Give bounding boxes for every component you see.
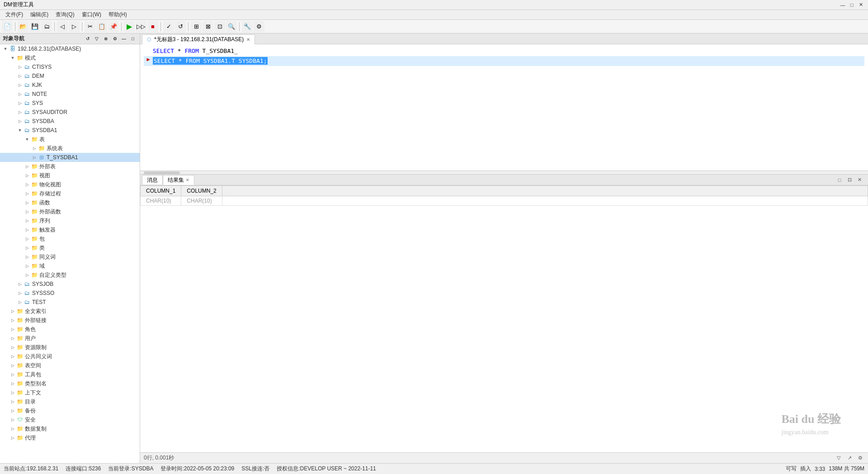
tree-node-resource-limits[interactable]: ▷ 📁 资源限制 [0,343,140,352]
tree-node-users[interactable]: ▷ 📁 用户 [0,334,140,343]
tree-node-fulltext[interactable]: ▷ 📁 全文索引 [0,307,140,316]
nav-refresh-icon[interactable]: ↺ [84,35,92,43]
paste-button[interactable]: 📌 [108,21,119,32]
tree-node-domains[interactable]: ▷ 📁 域 [0,261,140,270]
results-tab[interactable]: 结果集 ✕ [163,175,194,185]
close-button[interactable]: ✕ [857,1,864,9]
tree-node-note[interactable]: ▷ 🗂 NOTE [0,90,140,99]
menu-query[interactable]: 查询(Q) [52,10,78,20]
tree-node-classes[interactable]: ▷ 📁 类 [0,243,140,252]
minimize-button[interactable]: — [839,1,846,9]
tree-node-tablespace[interactable]: ▷ 📁 表空间 [0,361,140,370]
tab-icon: ⬡ [147,37,151,43]
tree-node-data-replication[interactable]: ▷ 📁 数据复制 [0,424,140,433]
rollback-button[interactable]: ↺ [175,21,186,32]
tree-node-external-functions[interactable]: ▷ 📁 外部函数 [0,207,140,216]
tree-node-directory[interactable]: ▷ 📁 目录 [0,397,140,406]
tree-node-packages[interactable]: ▷ 📁 包 [0,234,140,243]
tree-node-sys[interactable]: ▷ 🗂 SYS [0,99,140,108]
table-folder-label: 表 [39,136,45,143]
tree-node-sequences[interactable]: ▷ 📁 序列 [0,216,140,225]
save-all-button[interactable]: 🗂 [41,21,52,32]
tree-node-public-synonyms[interactable]: ▷ 📁 公共同义词 [0,352,140,361]
run-button[interactable]: ▶ [124,21,135,32]
tree-node-sysdba1[interactable]: ▼ 🗂 SYSDBA1 [0,126,140,135]
tree-node-sysjob[interactable]: ▷ 🗂 SYSJOB [0,280,140,289]
results-close-icon[interactable]: ✕ [855,176,863,184]
tree-node-schema-folder[interactable]: ▼ 📁 模式 [0,53,140,62]
menu-edit[interactable]: 编辑(E) [27,10,52,20]
tree-node-t-sysdba1[interactable]: ▷ ⊞ T_SYSDBA1 [0,153,140,162]
nav-filter-icon[interactable]: ▽ [93,35,101,43]
commit-button[interactable]: ✓ [163,21,174,32]
tree-node-triggers[interactable]: ▷ 📁 触发器 [0,225,140,234]
tools-button[interactable]: 🔧 [242,21,253,32]
tree-node-type-aliases[interactable]: ▷ 📁 类型别名 [0,379,140,388]
back-button[interactable]: ◁ [57,21,68,32]
tree-node-procedures[interactable]: ▷ 📁 存储过程 [0,189,140,198]
tree-node-syssso[interactable]: ▷ 🗂 SYSSSO [0,289,140,298]
sql-editor[interactable]: SELECT * FROM T_SYSDBA1_ ▶ SELECT * FROM… [140,44,868,171]
settings-button[interactable]: ⚙ [254,21,264,32]
tree-node-connection[interactable]: ▼ 🗄 192.168.2.31(DATABASE) [0,44,140,53]
tree-node-security[interactable]: ▷ 🛡 安全 [0,415,140,424]
results-tab-close[interactable]: ✕ [186,178,189,182]
search-button[interactable]: 🔍 [226,21,237,32]
tree-node-toolkit[interactable]: ▷ 📁 工具包 [0,370,140,379]
format-button[interactable]: ⊞ [191,21,202,32]
maximize-button[interactable]: □ [848,1,855,9]
tree-node-sysdba[interactable]: ▷ 🗂 SYSDBA [0,117,140,126]
menu-window[interactable]: 窗口(W) [78,10,105,20]
tree-node-dem[interactable]: ▷ 🗂 DEM [0,71,140,81]
tab-close-icon[interactable]: ✕ [246,37,250,42]
tree-node-table-folder[interactable]: ▼ 📁 表 [0,135,140,144]
open-button[interactable]: 📂 [18,21,28,32]
editor-tab[interactable]: ⬡ *无标题3 - 192.168.2.31(DATABASE) ✕ [142,34,255,44]
save-button[interactable]: 💾 [29,21,40,32]
run-plan-button[interactable]: ▷▷ [136,21,146,32]
fulltext-label: 全文索引 [25,308,47,315]
nav-min-icon[interactable]: — [120,35,128,43]
menu-file[interactable]: 文件(F) [2,10,27,20]
import-button[interactable]: ⊡ [214,21,225,32]
results-maximize-icon[interactable]: □ [835,176,844,184]
tree-node-kjk[interactable]: ▷ 🗂 KJK [0,81,140,90]
folder-icon: 📁 [31,199,38,206]
new-query-button[interactable]: 📄 [2,21,13,32]
results-content[interactable]: COLUMN_1 COLUMN_2 CHAR(10) CHAR(10) [140,185,868,452]
tree-node-system-tables[interactable]: ▷ 📁 系统表 [0,144,140,153]
tree-node-materialized-views[interactable]: ▷ 📁 物化视图 [0,180,140,189]
tree-node-custom-types[interactable]: ▷ 📁 自定义类型 [0,270,140,280]
nav-connect-icon[interactable]: ⊕ [102,35,110,43]
cut-button[interactable]: ✂ [85,21,95,32]
tree-node-dblinks[interactable]: ▷ 📁 外部链接 [0,316,140,325]
tree-node-external-table[interactable]: ▷ 📁 外部表 [0,162,140,171]
tree-node-synonyms[interactable]: ▷ 📁 同义词 [0,252,140,261]
tree-node-context[interactable]: ▷ 📁 上下文 [0,388,140,397]
tree-node-backup[interactable]: ▷ 📁 备份 [0,406,140,415]
tree-node-test[interactable]: ▷ 🗂 TEST [0,298,140,307]
schema-icon: 🗂 [24,127,31,134]
tree-container[interactable]: ▼ 🗄 192.168.2.31(DATABASE) ▼ 📁 模式 ▷ 🗂 CT… [0,44,140,463]
tree-node-functions[interactable]: ▷ 📁 函数 [0,198,140,207]
forward-button[interactable]: ▷ [69,21,80,32]
copy-button[interactable]: 📋 [96,21,107,32]
tree-node-proxy[interactable]: ▷ 📁 代理 [0,433,140,442]
tree-node-roles[interactable]: ▷ 📁 角色 [0,325,140,334]
filter-icon[interactable]: ▽ [835,454,843,462]
stop-button[interactable]: ■ [147,21,158,32]
settings-icon[interactable]: ⚙ [856,454,864,462]
menu-help[interactable]: 帮助(H) [105,10,131,20]
schema-icon: 🗂 [24,118,31,125]
tree-node-ctisys[interactable]: ▷ 🗂 CTISYS [0,62,140,71]
results-restore-icon[interactable]: ⊡ [845,176,854,184]
tree-node-sysauditor[interactable]: ▷ 🗂 SYSAUDITOR [0,108,140,117]
editor-hscrollbar[interactable] [140,171,868,175]
left-panel-header: 对象导航 ↺ ▽ ⊕ ⚙ — □ [0,33,140,44]
tree-node-views[interactable]: ▷ 📁 视图 [0,171,140,180]
export-icon[interactable]: ↗ [845,454,854,462]
nav-settings-icon[interactable]: ⚙ [111,35,119,43]
messages-tab[interactable]: 消息 [142,175,163,185]
export-button[interactable]: ⊠ [203,21,213,32]
nav-max-icon[interactable]: □ [129,35,137,43]
